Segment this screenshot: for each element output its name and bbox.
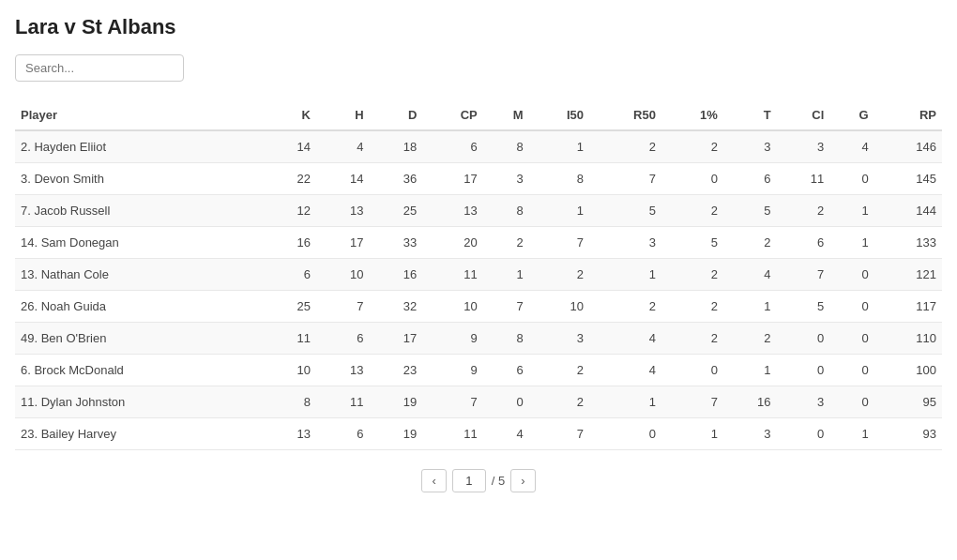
cell-g: 0 bbox=[829, 259, 873, 291]
cell-player: 14. Sam Donegan bbox=[15, 227, 263, 259]
cell-one_pct: 2 bbox=[661, 130, 723, 163]
cell-cl: 2 bbox=[777, 195, 830, 227]
cell-cp: 7 bbox=[422, 386, 482, 418]
cell-m: 1 bbox=[483, 259, 529, 291]
cell-d: 32 bbox=[370, 291, 423, 323]
cell-i50: 8 bbox=[529, 163, 589, 195]
cell-d: 19 bbox=[370, 386, 423, 418]
cell-k: 14 bbox=[263, 130, 316, 163]
cell-r50: 5 bbox=[589, 195, 661, 227]
cell-cl: 5 bbox=[777, 291, 830, 323]
cell-d: 16 bbox=[370, 259, 423, 291]
cell-k: 12 bbox=[263, 195, 316, 227]
cell-rp: 121 bbox=[874, 259, 942, 291]
header-row: Player K H D CP M I50 R50 1% T Cl G RP bbox=[15, 100, 942, 130]
cell-one_pct: 2 bbox=[661, 195, 723, 227]
cell-k: 11 bbox=[263, 323, 316, 355]
col-header-cl: Cl bbox=[777, 100, 830, 130]
cell-k: 25 bbox=[263, 291, 316, 323]
cell-h: 13 bbox=[316, 195, 370, 227]
cell-g: 0 bbox=[829, 323, 873, 355]
cell-rp: 93 bbox=[874, 418, 942, 450]
cell-i50: 2 bbox=[529, 355, 589, 386]
col-header-cp: CP bbox=[422, 100, 482, 130]
cell-h: 6 bbox=[316, 418, 370, 450]
cell-r50: 3 bbox=[589, 227, 661, 259]
cell-cl: 7 bbox=[777, 259, 830, 291]
cell-one_pct: 2 bbox=[661, 291, 723, 323]
cell-t: 2 bbox=[723, 323, 777, 355]
cell-k: 22 bbox=[263, 163, 316, 195]
cell-g: 1 bbox=[829, 195, 873, 227]
table-row: 2. Hayden Eliiot1441868122334146 bbox=[15, 130, 942, 163]
cell-g: 0 bbox=[829, 355, 873, 386]
cell-m: 8 bbox=[483, 195, 529, 227]
prev-page-button[interactable]: ‹ bbox=[421, 469, 446, 492]
cell-cp: 11 bbox=[422, 418, 482, 450]
cell-one_pct: 2 bbox=[661, 259, 723, 291]
col-header-1pct: 1% bbox=[661, 100, 723, 130]
cell-cp: 6 bbox=[422, 130, 482, 163]
next-page-button[interactable]: › bbox=[510, 469, 535, 492]
cell-h: 14 bbox=[316, 163, 370, 195]
cell-cp: 9 bbox=[422, 323, 482, 355]
page-number-input[interactable] bbox=[452, 469, 486, 492]
cell-cp: 10 bbox=[422, 291, 482, 323]
cell-cl: 11 bbox=[777, 163, 830, 195]
cell-i50: 7 bbox=[529, 227, 589, 259]
cell-r50: 4 bbox=[589, 323, 661, 355]
table-row: 14. Sam Donegan161733202735261133 bbox=[15, 227, 942, 259]
cell-cp: 17 bbox=[422, 163, 482, 195]
cell-m: 3 bbox=[483, 163, 529, 195]
cell-t: 16 bbox=[723, 386, 777, 418]
search-container bbox=[15, 54, 942, 82]
cell-rp: 133 bbox=[874, 227, 942, 259]
col-header-i50: I50 bbox=[529, 100, 589, 130]
cell-g: 0 bbox=[829, 291, 873, 323]
cell-d: 17 bbox=[370, 323, 423, 355]
cell-cl: 3 bbox=[777, 130, 830, 163]
table-row: 11. Dylan Johnston8111970217163095 bbox=[15, 386, 942, 418]
cell-t: 2 bbox=[723, 227, 777, 259]
cell-one_pct: 1 bbox=[661, 418, 723, 450]
cell-one_pct: 7 bbox=[661, 386, 723, 418]
col-header-r50: R50 bbox=[589, 100, 661, 130]
cell-d: 23 bbox=[370, 355, 423, 386]
cell-r50: 2 bbox=[589, 291, 661, 323]
cell-m: 0 bbox=[483, 386, 529, 418]
col-header-m: M bbox=[483, 100, 529, 130]
cell-h: 13 bbox=[316, 355, 370, 386]
cell-m: 6 bbox=[483, 355, 529, 386]
cell-k: 8 bbox=[263, 386, 316, 418]
cell-player: 49. Ben O'Brien bbox=[15, 323, 263, 355]
cell-k: 10 bbox=[263, 355, 316, 386]
cell-i50: 7 bbox=[529, 418, 589, 450]
cell-player: 26. Noah Guida bbox=[15, 291, 263, 323]
cell-i50: 2 bbox=[529, 386, 589, 418]
cell-h: 7 bbox=[316, 291, 370, 323]
page-title: Lara v St Albans bbox=[15, 15, 942, 39]
cell-t: 6 bbox=[723, 163, 777, 195]
cell-d: 18 bbox=[370, 130, 423, 163]
cell-rp: 100 bbox=[874, 355, 942, 386]
cell-g: 0 bbox=[829, 386, 873, 418]
cell-d: 19 bbox=[370, 418, 423, 450]
table-row: 7. Jacob Russell121325138152521144 bbox=[15, 195, 942, 227]
cell-d: 36 bbox=[370, 163, 423, 195]
cell-m: 8 bbox=[483, 323, 529, 355]
players-table: Player K H D CP M I50 R50 1% T Cl G RP 2… bbox=[15, 100, 942, 450]
cell-r50: 4 bbox=[589, 355, 661, 386]
col-header-rp: RP bbox=[874, 100, 942, 130]
cell-t: 1 bbox=[723, 355, 777, 386]
cell-cp: 20 bbox=[422, 227, 482, 259]
cell-k: 13 bbox=[263, 418, 316, 450]
cell-player: 23. Bailey Harvey bbox=[15, 418, 263, 450]
cell-i50: 1 bbox=[529, 130, 589, 163]
cell-one_pct: 0 bbox=[661, 355, 723, 386]
search-input[interactable] bbox=[15, 54, 184, 82]
cell-r50: 7 bbox=[589, 163, 661, 195]
col-header-k: K bbox=[263, 100, 316, 130]
cell-i50: 1 bbox=[529, 195, 589, 227]
cell-g: 4 bbox=[829, 130, 873, 163]
page-total: / 5 bbox=[492, 474, 505, 488]
